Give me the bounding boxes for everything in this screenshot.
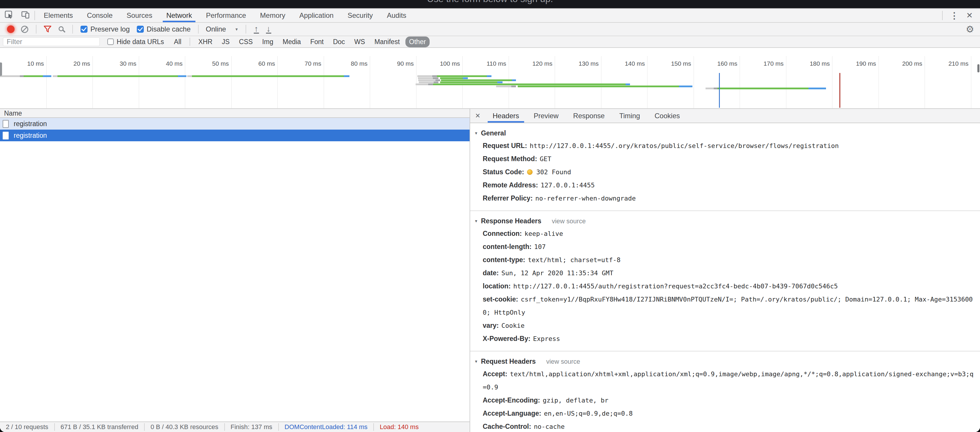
tab-network[interactable]: Network	[159, 9, 199, 22]
ruler-label: 60 ms	[234, 60, 275, 67]
disable-cache-toggle[interactable]: Disable cache	[137, 25, 191, 33]
hide-data-urls-label: Hide data URLs	[117, 38, 164, 46]
request-row[interactable]: registration	[0, 129, 469, 141]
filter-pill-all[interactable]: All	[170, 37, 185, 47]
inspect-element-icon[interactable]	[5, 11, 13, 21]
filter-pill-css[interactable]: CSS	[235, 37, 256, 47]
request-row[interactable]: registration	[0, 118, 469, 129]
toolbar-divider	[36, 25, 37, 33]
overview-request-bar	[419, 81, 434, 83]
overview-request-bar	[679, 86, 692, 87]
filter-pill-img[interactable]: Img	[258, 37, 277, 47]
ruler-label: 160 ms	[696, 60, 737, 67]
overview-request-bar	[418, 77, 433, 79]
status-item: DOMContentLoaded: 114 ms	[279, 423, 374, 431]
devtools-panel: ElementsConsoleSourcesNetworkPerformance…	[0, 8, 980, 432]
disclosure-triangle-icon[interactable]: ▼	[474, 356, 478, 367]
filter-funnel-icon[interactable]	[43, 26, 52, 33]
network-settings-gear-icon[interactable]: ⚙	[966, 24, 976, 35]
ruler-gridline	[370, 56, 370, 108]
throttling-value: Online	[205, 25, 226, 33]
disclosure-triangle-icon[interactable]: ▼	[474, 128, 478, 139]
record-button[interactable]	[7, 26, 14, 33]
header-name: content-length:	[483, 243, 531, 250]
overview-request-bar	[706, 88, 714, 89]
ruler-label: 40 ms	[141, 60, 183, 67]
detail-tab-headers[interactable]: Headers	[485, 109, 527, 123]
tab-memory[interactable]: Memory	[253, 9, 293, 22]
filter-pill-doc[interactable]: Doc	[329, 37, 349, 47]
preserve-log-toggle[interactable]: Preserve log	[81, 25, 130, 33]
header-line: set-cookie:csrf_token=y1//BqpRxuFY8Hw418…	[483, 293, 974, 319]
disclosure-triangle-icon[interactable]: ▼	[474, 216, 478, 226]
filter-pill-xhr[interactable]: XHR	[194, 37, 216, 47]
export-har-icon[interactable]: ↓	[266, 25, 271, 33]
header-value: http://127.0.0.1:4455/.ory/kratos/public…	[530, 142, 839, 150]
overview-request-bar	[0, 75, 20, 77]
header-line: X-Powered-By:Express	[483, 332, 974, 346]
tab-application[interactable]: Application	[292, 9, 340, 22]
tabbar-divider	[942, 11, 943, 20]
overview-request-bar	[187, 75, 192, 77]
tab-performance[interactable]: Performance	[199, 9, 253, 22]
tab-security[interactable]: Security	[340, 9, 380, 22]
header-value: keep-alive	[524, 230, 563, 237]
hide-data-urls-checkbox[interactable]	[107, 38, 114, 45]
header-value: GET	[540, 155, 552, 163]
filter-pill-other[interactable]: Other	[406, 37, 430, 47]
filter-pill-media[interactable]: Media	[279, 37, 305, 47]
hide-data-urls-toggle[interactable]: Hide data URLs	[107, 38, 164, 46]
ruler-label: 30 ms	[95, 60, 137, 67]
tab-audits[interactable]: Audits	[380, 9, 413, 22]
section-title-row: ▼Request Headersview source	[474, 356, 974, 367]
disable-cache-checkbox[interactable]	[137, 26, 144, 33]
overview-request-bar	[512, 80, 516, 81]
more-options-icon[interactable]: ⋮	[948, 11, 961, 21]
requests-name-column-header[interactable]: Name	[0, 109, 469, 118]
view-source-button[interactable]: view source	[546, 358, 580, 365]
detail-tab-preview[interactable]: Preview	[527, 109, 566, 123]
overview-request-bar	[718, 88, 808, 89]
view-source-button[interactable]: view source	[552, 217, 585, 225]
overview-request-bar	[437, 75, 487, 77]
ruler-gridline	[924, 56, 925, 108]
device-toolbar-icon[interactable]	[21, 11, 30, 21]
filter-pill-manifest[interactable]: Manifest	[371, 37, 404, 47]
overview-request-bar	[57, 75, 178, 77]
tab-elements[interactable]: Elements	[37, 9, 80, 22]
close-detail-icon[interactable]: ✕	[470, 109, 485, 123]
detail-tab-response[interactable]: Response	[566, 109, 612, 123]
filter-pill-ws[interactable]: WS	[351, 37, 369, 47]
clear-icon[interactable]	[21, 26, 28, 33]
overview-request-bar	[518, 86, 679, 87]
header-line: Cache-Control:no-cache	[483, 420, 974, 432]
filter-input[interactable]	[3, 37, 100, 46]
ruler-label: 190 ms	[835, 60, 876, 67]
detail-tabs: HeadersPreviewResponseTimingCookies	[485, 109, 687, 123]
scrollbar-thumb[interactable]	[977, 64, 979, 72]
preserve-log-checkbox[interactable]	[81, 26, 88, 33]
close-devtools-icon[interactable]: ✕	[963, 11, 976, 20]
ruler-label: 140 ms	[603, 60, 645, 67]
search-icon[interactable]	[59, 26, 64, 31]
requests-table-panel: Name registrationregistration 2 / 10 req…	[0, 109, 470, 432]
ruler-gridline	[740, 56, 740, 108]
detail-tab-cookies[interactable]: Cookies	[647, 109, 687, 123]
ruler-label: 80 ms	[326, 60, 368, 67]
header-value: gzip, deflate, br	[543, 397, 608, 404]
tab-sources[interactable]: Sources	[119, 9, 159, 22]
ruler-gridline	[878, 56, 879, 108]
overview-grip[interactable]	[0, 62, 2, 76]
filter-pill-js[interactable]: JS	[218, 37, 233, 47]
chevron-down-icon: ▼	[235, 27, 239, 32]
network-overview[interactable]: 10 ms20 ms30 ms40 ms50 ms60 ms70 ms80 ms…	[0, 56, 980, 109]
status-code-icon	[527, 169, 533, 175]
throttling-dropdown[interactable]: Online ▼	[205, 25, 238, 33]
import-har-icon[interactable]: ↑	[254, 25, 259, 33]
tab-console[interactable]: Console	[80, 9, 119, 22]
header-value: en,en-US;q=0.9,de;q=0.8	[544, 410, 633, 417]
detail-tab-timing[interactable]: Timing	[612, 109, 647, 123]
filter-pill-font[interactable]: Font	[307, 37, 328, 47]
ruler-gridline	[416, 56, 417, 108]
network-filter-bar: Hide data URLs AllXHRJSCSSImgMediaFontDo…	[0, 36, 980, 48]
